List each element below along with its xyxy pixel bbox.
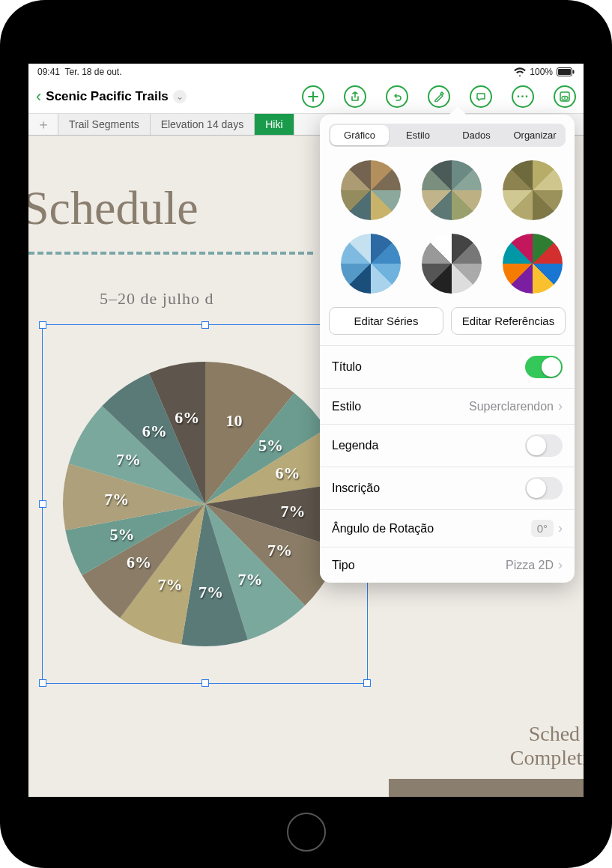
setting-type-label: Tipo	[332, 559, 355, 572]
pie-slice-label: 7%	[238, 570, 263, 589]
selection-handle[interactable]	[363, 679, 371, 687]
chart-style-grid	[320, 156, 575, 304]
svg-rect-2	[573, 70, 575, 74]
pie-slice-label: 6%	[142, 422, 167, 441]
date-label: 5–20 de julho d	[100, 289, 214, 309]
setting-style-value: Superclarendon	[469, 400, 554, 413]
setting-type-value: Pizza 2D	[506, 559, 554, 572]
add-sheet-button[interactable]: ＋	[28, 114, 58, 135]
document-menu-chevron-icon[interactable]: ⌄	[173, 90, 187, 103]
svg-rect-1	[558, 69, 571, 75]
chart-selection[interactable]: 105%6%7%7%7%7%7%6%5%7%7%6%6%	[42, 324, 368, 684]
pie-slice-label: 7%	[116, 450, 141, 470]
setting-rotation-angle[interactable]: Ângulo de Rotação 0°›	[320, 509, 575, 547]
pie-slice-label: 7%	[158, 575, 183, 595]
inscription-toggle[interactable]	[525, 477, 563, 500]
selection-handle[interactable]	[39, 321, 46, 329]
status-bar: 09:41 Ter. 18 de out. 100%	[28, 64, 584, 80]
edit-references-button[interactable]: Editar Referências	[451, 307, 566, 335]
selection-handle[interactable]	[39, 679, 46, 687]
pie-slice-label: 6%	[127, 553, 151, 572]
table-header-fragment	[389, 779, 584, 797]
setting-title-label: Título	[332, 360, 362, 374]
selection-handle[interactable]	[202, 679, 209, 687]
selection-handle[interactable]	[39, 500, 46, 508]
view-button[interactable]	[554, 85, 576, 108]
pie-slice-label: 7%	[267, 541, 292, 560]
setting-style[interactable]: Estilo Superclarendon›	[320, 388, 575, 424]
chevron-right-icon: ›	[558, 398, 563, 414]
seg-organize[interactable]: Organizar	[506, 125, 564, 145]
sheet-tab-trail-segments[interactable]: Trail Segments	[58, 114, 151, 135]
format-button[interactable]	[428, 85, 450, 108]
setting-angle-label: Ângulo de Rotação	[332, 522, 434, 535]
chart-style-swatch[interactable]	[503, 160, 563, 220]
seg-chart[interactable]: Gráfico	[330, 125, 389, 145]
selection-handle[interactable]	[202, 321, 209, 329]
pie-slice-label: 7%	[199, 583, 223, 602]
title-toggle[interactable]	[525, 356, 563, 378]
edit-series-button[interactable]: Editar Séries	[329, 307, 443, 335]
title-rule	[28, 252, 313, 255]
share-button[interactable]	[344, 85, 366, 108]
pie-slice-label: 6%	[275, 464, 300, 483]
more-button[interactable]: ···	[512, 85, 534, 108]
status-date: Ter. 18 de out.	[64, 67, 121, 77]
legend-toggle[interactable]	[525, 434, 563, 457]
setting-legend[interactable]: Legenda	[320, 424, 575, 467]
status-time: 09:41	[37, 67, 60, 77]
pie-slice-label: 5%	[110, 525, 135, 544]
undo-button[interactable]	[386, 85, 408, 108]
secondary-title: Sched Completin	[510, 722, 584, 770]
setting-inscription[interactable]: Inscrição	[320, 467, 575, 509]
setting-style-label: Estilo	[332, 400, 361, 413]
chart-style-swatch[interactable]	[341, 234, 401, 294]
document-title[interactable]: Scenic Pacific Trails	[46, 89, 168, 104]
pie-slice-label: 5%	[258, 436, 283, 455]
battery-pct: 100%	[530, 67, 553, 77]
setting-inscription-label: Inscrição	[332, 482, 380, 495]
chart-style-swatch[interactable]	[503, 234, 563, 294]
chevron-right-icon: ›	[558, 557, 563, 573]
seg-style[interactable]: Estilo	[389, 125, 447, 145]
pie-slice-label: 7%	[280, 502, 305, 521]
chevron-right-icon: ›	[558, 521, 563, 536]
seg-data[interactable]: Dados	[447, 125, 506, 145]
sheet-tab-hiki[interactable]: Hiki	[255, 114, 294, 135]
svg-point-5	[564, 97, 566, 99]
battery-icon	[557, 67, 575, 76]
pie-slice-label: 6%	[175, 408, 199, 428]
setting-type[interactable]: Tipo Pizza 2D›	[320, 547, 575, 583]
setting-title[interactable]: Título	[320, 345, 575, 388]
format-segmented-control[interactable]: Gráfico Estilo Dados Organizar	[329, 124, 566, 147]
format-popover: Gráfico Estilo Dados Organizar Editar Sé…	[320, 115, 575, 583]
pie-slice-label: 7%	[104, 490, 129, 509]
toolbar: ‹ Scenic Pacific Trails ⌄ ···	[28, 80, 584, 113]
insert-button[interactable]	[302, 85, 324, 108]
chart-style-swatch[interactable]	[422, 160, 482, 220]
chart-style-swatch[interactable]	[422, 234, 482, 294]
back-button[interactable]: ‹	[36, 87, 41, 106]
pie-chart[interactable]: 105%6%7%7%7%7%7%6%5%7%7%6%6%	[55, 354, 355, 654]
chart-style-swatch[interactable]	[341, 160, 401, 220]
setting-legend-label: Legenda	[332, 439, 378, 452]
page-title: Schedule	[28, 180, 199, 236]
setting-angle-value: 0°	[531, 520, 554, 537]
pie-slice-label: 10	[226, 411, 243, 431]
wifi-icon	[514, 67, 526, 76]
comments-button[interactable]	[470, 85, 492, 108]
sheet-tab-elevation[interactable]: Elevation 14 days	[151, 114, 255, 135]
